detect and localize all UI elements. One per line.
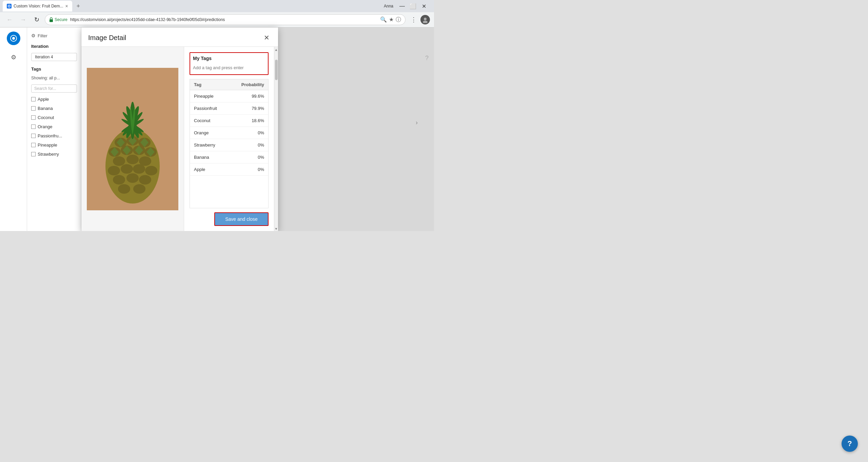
- tag-item-orange[interactable]: Orange: [31, 124, 77, 129]
- table-row-passionfruit: Passionfruit 79.9%: [190, 102, 268, 115]
- window-controls: Anna — ⬜ ✕: [384, 1, 431, 11]
- table-row-strawberry: Strawberry 0%: [190, 139, 268, 151]
- tag-name-passionfruit: Passionfruit: [194, 106, 237, 111]
- maximize-button[interactable]: ⬜: [408, 1, 418, 11]
- tag-name-coconut: Coconut: [194, 118, 237, 123]
- back-button[interactable]: ←: [4, 14, 15, 25]
- tags-search-box[interactable]: Search for...: [31, 84, 77, 93]
- pineapple-image: [87, 68, 178, 210]
- filter-label: Filter: [38, 33, 47, 38]
- more-options-button[interactable]: ⋮: [408, 14, 419, 25]
- forward-button[interactable]: →: [18, 14, 28, 25]
- tag-label-apple: Apple: [38, 97, 49, 102]
- svg-point-17: [126, 155, 139, 164]
- my-tags-panel: My Tags: [190, 52, 269, 75]
- profile-avatar[interactable]: [420, 15, 430, 24]
- modal-close-button[interactable]: ✕: [262, 33, 271, 42]
- tag-item-apple[interactable]: Apple: [31, 97, 77, 102]
- tag-item-pineapple[interactable]: Pineapple: [31, 142, 77, 148]
- scrollbar-down-arrow[interactable]: ▼: [274, 226, 278, 231]
- reload-button[interactable]: ↻: [31, 14, 42, 25]
- browser-action-icons: ⋮: [408, 14, 430, 25]
- tag-item-banana[interactable]: Banana: [31, 106, 77, 111]
- iteration-button[interactable]: Iteration 4: [31, 53, 77, 61]
- tag-name-banana: Banana: [194, 155, 237, 160]
- tag-name-apple: Apple: [194, 167, 237, 172]
- svg-point-16: [113, 156, 125, 166]
- svg-point-21: [133, 164, 145, 174]
- active-tab[interactable]: Custom Vision: Fruit Dem... ×: [3, 1, 72, 12]
- minimize-button[interactable]: —: [397, 1, 407, 11]
- table-row-banana: Banana 0%: [190, 151, 268, 163]
- svg-point-27: [133, 184, 145, 194]
- tab-close-button[interactable]: ×: [65, 4, 68, 8]
- tag-label-passionfruit: Passionfru...: [38, 133, 62, 138]
- table-row-coconut: Coconut 18.6%: [190, 115, 268, 127]
- tag-label-strawberry: Strawberry: [38, 152, 59, 157]
- search-url-icon[interactable]: 🔍: [380, 16, 387, 23]
- app-logo[interactable]: [7, 32, 20, 45]
- expand-panel-arrow[interactable]: ›: [416, 119, 418, 126]
- tag-checkbox-apple[interactable]: [31, 97, 36, 101]
- help-icon-page[interactable]: ?: [425, 55, 429, 62]
- modal-scrollbar[interactable]: ▲ ▼: [274, 47, 278, 231]
- tag-prob-pineapple: 99.6%: [237, 94, 264, 99]
- predictions-table: Tag Probability Pineapple 99.6% Passionf…: [190, 79, 269, 208]
- tag-checkbox-coconut[interactable]: [31, 115, 36, 120]
- tab-bar: Custom Vision: Fruit Dem... × + Anna — ⬜…: [0, 0, 434, 12]
- tag-input-field[interactable]: [193, 64, 265, 72]
- tag-checkbox-pineapple[interactable]: [31, 143, 36, 147]
- tag-label-orange: Orange: [38, 124, 52, 129]
- svg-point-6: [12, 37, 15, 40]
- tag-item-strawberry[interactable]: Strawberry: [31, 152, 77, 157]
- tag-label-pineapple: Pineapple: [38, 142, 57, 148]
- url-icons: 🔍 ★ ⓘ: [380, 16, 401, 23]
- svg-point-22: [145, 166, 157, 175]
- scrollbar-thumb[interactable]: [275, 60, 278, 80]
- svg-rect-2: [50, 19, 53, 22]
- tags-section: My Tags Tag Probability Pineapple 99.6%: [184, 47, 274, 231]
- close-button[interactable]: ✕: [419, 1, 429, 11]
- tag-prob-passionfruit: 79.9%: [237, 106, 264, 111]
- tag-name-strawberry: Strawberry: [194, 142, 237, 148]
- address-bar: ← → ↻ Secure https://customvision.ai/pro…: [0, 12, 434, 27]
- table-row-orange: Orange 0%: [190, 127, 268, 139]
- info-icon[interactable]: ⓘ: [396, 16, 401, 23]
- tag-prob-apple: 0%: [237, 167, 264, 172]
- iteration-label: Iteration: [31, 44, 77, 49]
- browser-chrome: Custom Vision: Fruit Dem... × + Anna — ⬜…: [0, 0, 434, 27]
- url-bar[interactable]: Secure https://customvision.ai/projects/…: [45, 14, 406, 25]
- tag-label-coconut: Coconut: [38, 115, 54, 120]
- tags-label: Tags: [31, 66, 77, 72]
- filter-icon: ⚙: [31, 33, 36, 38]
- tags-showing: Showing: all p...: [31, 76, 77, 80]
- svg-point-20: [121, 164, 133, 174]
- svg-point-25: [139, 175, 151, 185]
- tag-checkbox-strawberry[interactable]: [31, 152, 36, 156]
- tag-prob-orange: 0%: [237, 130, 264, 135]
- secure-indicator: Secure: [49, 17, 67, 22]
- tag-prob-coconut: 18.6%: [237, 118, 264, 123]
- tag-checkbox-banana[interactable]: [31, 106, 36, 111]
- modal-dialog: Image Detail ✕: [81, 27, 278, 231]
- table-header: Tag Probability: [190, 79, 268, 90]
- col-probability-header: Probability: [237, 82, 264, 87]
- tag-checkbox-passionfruit[interactable]: [31, 134, 36, 138]
- main-area: ? › Image Detail ✕: [81, 27, 434, 231]
- tag-item-coconut[interactable]: Coconut: [31, 115, 77, 120]
- scrollbar-track: [274, 52, 278, 226]
- table-row-apple: Apple 0%: [190, 163, 268, 176]
- new-tab-button[interactable]: +: [74, 1, 83, 11]
- tag-checkbox-orange[interactable]: [31, 124, 36, 129]
- modal-header: Image Detail ✕: [81, 27, 278, 47]
- secure-label: Secure: [55, 17, 67, 22]
- filter-sidebar-icon[interactable]: ⚙: [7, 51, 20, 64]
- tag-name-pineapple: Pineapple: [194, 94, 237, 99]
- tag-label-banana: Banana: [38, 106, 53, 111]
- scrollbar-up-arrow[interactable]: ▲: [274, 47, 278, 52]
- save-and-close-button[interactable]: Save and close: [214, 212, 269, 226]
- svg-point-3: [424, 18, 427, 20]
- col-tag-header: Tag: [194, 82, 237, 87]
- bookmark-icon[interactable]: ★: [389, 16, 394, 23]
- tag-item-passionfruit[interactable]: Passionfru...: [31, 133, 77, 138]
